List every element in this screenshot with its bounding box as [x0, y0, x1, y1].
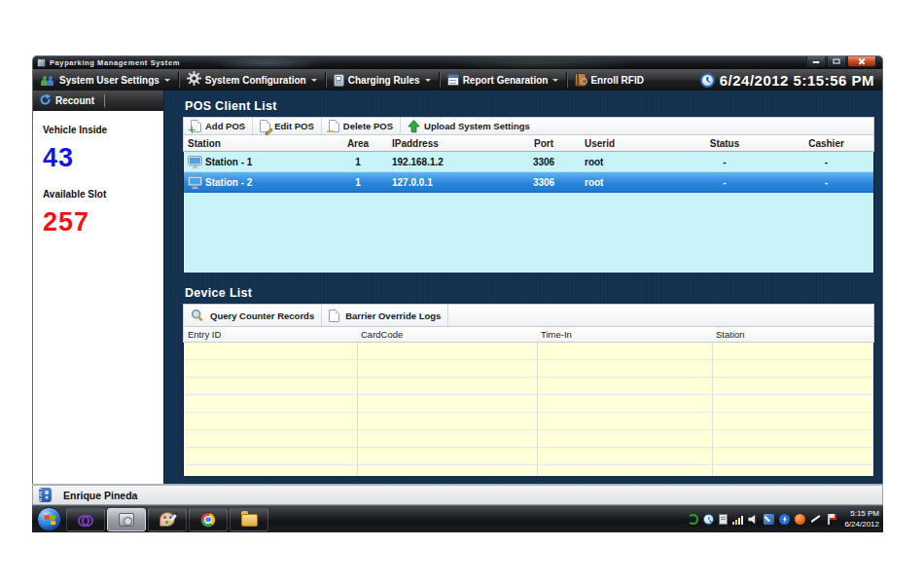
available-slot-label: Available Slot: [43, 189, 154, 200]
page-edit-icon: [260, 120, 270, 132]
bluetooth-icon[interactable]: [764, 514, 774, 525]
clock-time: 5:15 PM: [844, 509, 879, 519]
taskbar-button-paint[interactable]: [148, 508, 187, 531]
sidebar: Recount Vehicle Inside 43 Available Slot…: [33, 91, 164, 484]
column-header-ipaddress[interactable]: IPaddress: [388, 138, 507, 149]
column-header-station-dev[interactable]: Station: [712, 329, 873, 340]
action-center-flag-icon[interactable]: [827, 514, 836, 525]
edit-pos-button[interactable]: Edit POS: [253, 118, 322, 134]
backup-tool-icon: [119, 513, 134, 527]
address-book-icon: [39, 488, 52, 502]
column-header-userid[interactable]: Userid: [581, 138, 670, 149]
visual-studio-icon: [78, 515, 93, 524]
maximize-icon: [834, 59, 840, 64]
column-header-station[interactable]: Station: [184, 138, 328, 149]
calculator-icon: [334, 74, 344, 87]
minimize-button[interactable]: [806, 56, 826, 67]
delete-pos-button[interactable]: Delete POS: [322, 118, 401, 134]
column-header-status[interactable]: Status: [670, 138, 779, 149]
table-row-station-1[interactable]: Station - 1 1 192.168.1.2 3306 root - -: [184, 152, 873, 172]
chevron-down-icon: [311, 79, 317, 82]
page-icon: [329, 310, 339, 322]
add-pos-button[interactable]: Add POS: [184, 118, 253, 134]
statusbar: Enrique Pineda: [32, 484, 883, 505]
logged-in-user: Enrique Pineda: [63, 490, 137, 501]
recount-button[interactable]: Recount: [55, 95, 94, 106]
column-header-entry-id[interactable]: Entry ID: [184, 329, 357, 340]
pen-icon[interactable]: [810, 514, 822, 525]
window-titlebar: Payparking Management System: [32, 55, 883, 69]
column-header-area[interactable]: Area: [328, 138, 388, 149]
taskbar-clock[interactable]: 5:15 PM 6/24/2012: [844, 509, 879, 529]
network-icon[interactable]: [732, 514, 743, 525]
column-header-port[interactable]: Port: [507, 138, 581, 149]
available-slot-value: 257: [43, 207, 154, 237]
clock-icon: [700, 73, 715, 88]
main-panel: POS Client List Add POS Edit POS Delete …: [164, 91, 882, 484]
menu-system-user-settings[interactable]: System User Settings: [33, 69, 178, 91]
menu-enroll-rfid[interactable]: Enroll RFID: [567, 69, 651, 91]
table-row-station-2-selected[interactable]: Station - 2 1 127.0.0.1 3306 root - -: [184, 172, 873, 193]
vehicle-inside-value: 43: [43, 143, 154, 173]
datetime-display: 6/24/2012 5:15:56 PM: [700, 69, 874, 91]
device-list-title: Device List: [183, 283, 874, 304]
device-table-header: Entry ID CardCode Time-In Station: [183, 327, 874, 343]
report-icon: [447, 74, 459, 86]
notes-icon[interactable]: [719, 514, 728, 525]
pos-client-list-title: POS Client List: [183, 96, 874, 117]
device-toolbar: Query Counter Records Barrier Override L…: [183, 304, 874, 327]
taskbar-button-chrome[interactable]: [189, 508, 228, 531]
taskbar-button-file-explorer[interactable]: [230, 508, 268, 531]
vehicle-inside-label: Vehicle Inside: [43, 125, 154, 135]
chevron-down-icon: [164, 79, 170, 82]
recount-refresh-icon: [39, 92, 52, 110]
app-icon: [37, 58, 46, 67]
file-explorer-icon: [241, 514, 258, 527]
tray-clock-icon[interactable]: [703, 514, 714, 525]
power-icon[interactable]: [779, 514, 790, 525]
start-button[interactable]: [37, 507, 61, 531]
barrier-override-logs-button[interactable]: Barrier Override Logs: [322, 305, 448, 326]
column-header-cardcode[interactable]: CardCode: [357, 329, 537, 340]
page-delete-icon: [329, 120, 339, 132]
pos-table-empty-area: [184, 193, 873, 273]
minimize-icon: [813, 61, 820, 63]
device-table-empty-area: [183, 343, 874, 476]
antivirus-icon[interactable]: [795, 514, 805, 525]
pos-toolbar: Add POS Edit POS Delete POS Upload Syste…: [183, 117, 874, 135]
windows-start-orb: [44, 514, 55, 524]
menu-system-configuration[interactable]: System Configuration: [179, 69, 325, 91]
page-add-icon: [191, 120, 201, 132]
pos-table-header: Station Area IPaddress Port Userid Statu…: [183, 135, 874, 152]
main-toolbar: System User Settings System Configuratio…: [32, 69, 883, 91]
upload-system-settings-button[interactable]: Upload System Settings: [401, 118, 537, 134]
upload-arrow-icon: [408, 120, 420, 133]
separator: [104, 94, 105, 107]
volume-icon[interactable]: [748, 514, 759, 525]
magnifier-icon: [191, 309, 204, 322]
query-counter-records-button[interactable]: Query Counter Records: [184, 305, 322, 326]
system-tray: 5:15 PM 6/24/2012: [688, 506, 879, 532]
users-icon: [41, 74, 55, 86]
close-button[interactable]: [847, 56, 876, 67]
maximize-button[interactable]: [827, 56, 846, 67]
recount-bar: Recount: [33, 91, 163, 111]
chevron-down-icon: [425, 79, 431, 82]
taskbar: 5:15 PM 6/24/2012: [32, 505, 883, 532]
monitor-icon: [188, 156, 202, 168]
update-icon[interactable]: [688, 514, 698, 525]
taskbar-button-active-app[interactable]: [107, 508, 146, 531]
window-title: Payparking Management System: [50, 58, 180, 67]
column-header-time-in[interactable]: Time-In: [537, 329, 712, 340]
taskbar-button-visual-studio[interactable]: [66, 508, 105, 531]
chrome-icon: [200, 512, 216, 528]
datetime-text: 6/24/2012 5:15:56 PM: [720, 72, 874, 89]
paint-icon: [160, 512, 175, 527]
chevron-down-icon: [552, 79, 558, 82]
desktop-screen: Payparking Management System System User…: [32, 55, 883, 532]
clock-date: 6/24/2012: [844, 520, 879, 529]
column-header-cashier[interactable]: Cashier: [779, 138, 873, 149]
menu-charging-rules[interactable]: Charging Rules: [326, 69, 439, 91]
menu-report-generation[interactable]: Report Genaration: [440, 69, 567, 91]
gear-icon: [187, 71, 201, 90]
